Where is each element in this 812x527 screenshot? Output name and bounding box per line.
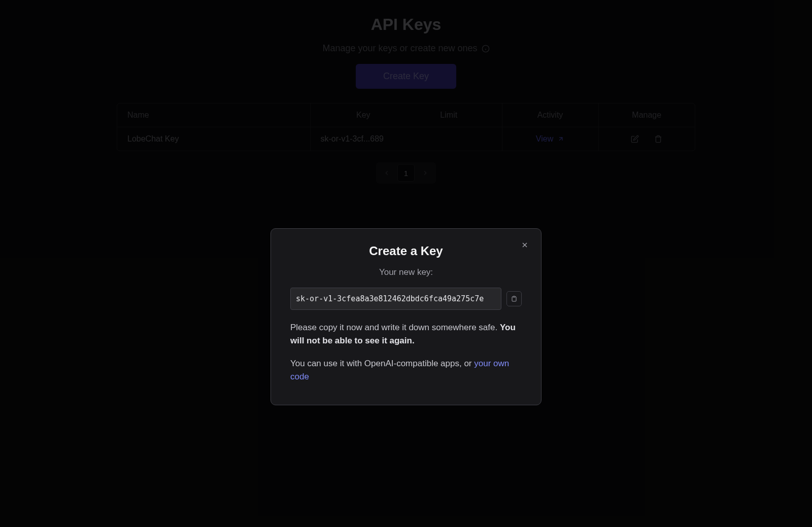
clipboard-icon bbox=[511, 295, 517, 302]
close-button[interactable] bbox=[519, 239, 531, 253]
create-key-modal: Create a Key Your new key: sk-or-v1-3cfe… bbox=[270, 228, 542, 405]
modal-subtitle: Your new key: bbox=[290, 267, 522, 277]
copy-button[interactable] bbox=[506, 291, 522, 306]
api-key-value[interactable]: sk-or-v1-3cfea8a3e812462dbdc6fca49a275c7… bbox=[290, 288, 501, 310]
svg-rect-5 bbox=[513, 296, 515, 297]
modal-warning: Please copy it now and write it down som… bbox=[290, 321, 522, 348]
warning-prefix: Please copy it now and write it down som… bbox=[290, 323, 500, 332]
modal-title: Create a Key bbox=[290, 244, 522, 258]
key-row: sk-or-v1-3cfea8a3e812462dbdc6fca49a275c7… bbox=[290, 288, 522, 310]
usage-prefix: You can use it with OpenAI-compatible ap… bbox=[290, 359, 474, 368]
modal-usage: You can use it with OpenAI-compatible ap… bbox=[290, 357, 522, 384]
close-icon bbox=[521, 241, 529, 249]
modal-overlay[interactable]: Create a Key Your new key: sk-or-v1-3cfe… bbox=[0, 0, 812, 527]
